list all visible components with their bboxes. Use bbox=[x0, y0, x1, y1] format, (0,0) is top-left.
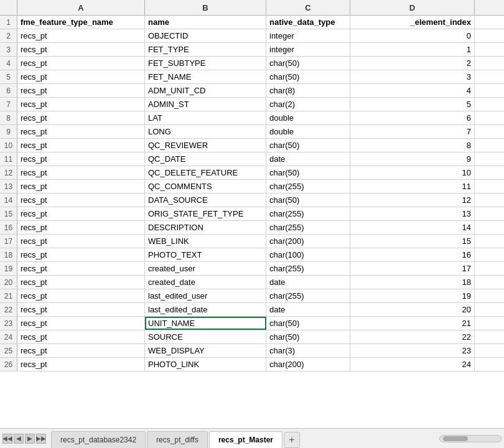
header-cell-c[interactable]: native_data_type bbox=[266, 16, 350, 29]
cell-d[interactable]: 17 bbox=[350, 262, 475, 275]
cell-b[interactable]: QC_DATE bbox=[145, 152, 266, 166]
cell-c[interactable]: char(50) bbox=[266, 139, 350, 152]
cell-a[interactable]: recs_pt bbox=[17, 262, 145, 275]
sheet-tab-diffs[interactable]: recs_pt_diffs bbox=[147, 431, 208, 449]
cell-a[interactable]: recs_pt bbox=[17, 166, 145, 179]
cell-b[interactable]: QC_COMMENTS bbox=[145, 180, 266, 193]
col-header-a[interactable]: A bbox=[17, 0, 145, 15]
tab-nav-next[interactable]: ▶ bbox=[25, 434, 35, 444]
cell-d[interactable]: 22 bbox=[350, 330, 475, 343]
cell-d[interactable]: 14 bbox=[350, 221, 475, 234]
cell-b[interactable]: PHOTO_TEXT bbox=[145, 248, 266, 261]
tab-nav-last[interactable]: ▶▶ bbox=[36, 434, 46, 444]
cell-b[interactable]: ADMIN_ST bbox=[145, 98, 266, 111]
cell-a[interactable]: recs_pt bbox=[17, 289, 145, 302]
cell-c[interactable]: char(50) bbox=[266, 166, 350, 179]
cell-d[interactable]: 21 bbox=[350, 317, 475, 330]
col-header-b[interactable]: B bbox=[145, 0, 266, 15]
cell-a[interactable]: recs_pt bbox=[17, 70, 145, 83]
cell-c[interactable]: char(50) bbox=[266, 57, 350, 70]
cell-a[interactable]: recs_pt bbox=[17, 152, 145, 166]
cell-b[interactable]: QC_DELETE_FEATURE bbox=[145, 166, 266, 179]
cell-a[interactable]: recs_pt bbox=[17, 344, 145, 357]
cell-c[interactable]: char(200) bbox=[266, 235, 350, 248]
cell-a[interactable]: recs_pt bbox=[17, 111, 145, 124]
cell-b[interactable]: created_date bbox=[145, 276, 266, 289]
cell-c[interactable]: double bbox=[266, 125, 350, 138]
cell-b[interactable]: ADM_UNIT_CD bbox=[145, 84, 266, 97]
cell-a[interactable]: recs_pt bbox=[17, 43, 145, 56]
cell-b[interactable]: last_edited_user bbox=[145, 289, 266, 302]
cell-b[interactable]: last_edited_date bbox=[145, 303, 266, 316]
cell-a[interactable]: recs_pt bbox=[17, 358, 145, 371]
cell-c[interactable]: double bbox=[266, 111, 350, 124]
cell-b[interactable]: UNIT_NAME bbox=[145, 317, 266, 330]
header-cell-d[interactable]: _element_index bbox=[350, 16, 475, 29]
cell-c[interactable]: integer bbox=[266, 29, 350, 42]
cell-d[interactable]: 3 bbox=[350, 70, 475, 83]
cell-a[interactable]: recs_pt bbox=[17, 98, 145, 111]
cell-b[interactable]: PHOTO_LINK bbox=[145, 358, 266, 371]
cell-c[interactable]: date bbox=[266, 303, 350, 316]
cell-a[interactable]: recs_pt bbox=[17, 248, 145, 261]
cell-b[interactable]: QC_REVIEWER bbox=[145, 139, 266, 152]
cell-a[interactable]: recs_pt bbox=[17, 317, 145, 330]
cell-b[interactable]: LONG bbox=[145, 125, 266, 138]
cell-b[interactable]: WEB_DISPLAY bbox=[145, 344, 266, 357]
header-cell-a[interactable]: fme_feature_type_name bbox=[17, 16, 145, 29]
cell-c[interactable]: char(255) bbox=[266, 207, 350, 220]
cell-d[interactable]: 4 bbox=[350, 84, 475, 97]
cell-c[interactable]: char(50) bbox=[266, 70, 350, 83]
cell-c[interactable]: char(100) bbox=[266, 248, 350, 261]
cell-b[interactable]: DESCRIPTION bbox=[145, 221, 266, 234]
cell-b[interactable]: FET_TYPE bbox=[145, 43, 266, 56]
cell-d[interactable]: 1 bbox=[350, 43, 475, 56]
cell-a[interactable]: recs_pt bbox=[17, 221, 145, 234]
cell-d[interactable]: 7 bbox=[350, 125, 475, 138]
cell-c[interactable]: char(255) bbox=[266, 180, 350, 193]
cell-d[interactable]: 0 bbox=[350, 29, 475, 42]
cell-d[interactable]: 9 bbox=[350, 152, 475, 166]
cell-d[interactable]: 18 bbox=[350, 276, 475, 289]
sheet-tab-database2342[interactable]: recs_pt_database2342 bbox=[51, 431, 146, 449]
cell-a[interactable]: recs_pt bbox=[17, 207, 145, 220]
cell-c[interactable]: char(200) bbox=[266, 358, 350, 371]
cell-b[interactable]: LAT bbox=[145, 111, 266, 124]
cell-a[interactable]: recs_pt bbox=[17, 84, 145, 97]
header-cell-b[interactable]: name bbox=[145, 16, 266, 29]
cell-a[interactable]: recs_pt bbox=[17, 125, 145, 138]
cell-b[interactable]: created_user bbox=[145, 262, 266, 275]
cell-a[interactable]: recs_pt bbox=[17, 29, 145, 42]
cell-b[interactable]: FET_NAME bbox=[145, 70, 266, 83]
cell-b[interactable]: SOURCE bbox=[145, 330, 266, 343]
col-header-d[interactable]: D bbox=[350, 0, 475, 15]
cell-c[interactable]: char(50) bbox=[266, 330, 350, 343]
cell-a[interactable]: recs_pt bbox=[17, 235, 145, 248]
cell-c[interactable]: date bbox=[266, 276, 350, 289]
cell-c[interactable]: char(50) bbox=[266, 194, 350, 207]
cell-d[interactable]: 12 bbox=[350, 194, 475, 207]
cell-d[interactable]: 16 bbox=[350, 248, 475, 261]
cell-c[interactable]: char(2) bbox=[266, 98, 350, 111]
cell-b[interactable]: WEB_LINK bbox=[145, 235, 266, 248]
cell-a[interactable]: recs_pt bbox=[17, 303, 145, 316]
cell-d[interactable]: 13 bbox=[350, 207, 475, 220]
cell-d[interactable]: 8 bbox=[350, 139, 475, 152]
cell-c[interactable]: date bbox=[266, 152, 350, 166]
cell-d[interactable]: 10 bbox=[350, 166, 475, 179]
cell-d[interactable]: 5 bbox=[350, 98, 475, 111]
tab-nav-prev[interactable]: ◀ bbox=[14, 434, 24, 444]
cell-c[interactable]: integer bbox=[266, 43, 350, 56]
add-sheet-button[interactable]: + bbox=[284, 432, 300, 448]
cell-d[interactable]: 23 bbox=[350, 344, 475, 357]
cell-d[interactable]: 6 bbox=[350, 111, 475, 124]
cell-d[interactable]: 19 bbox=[350, 289, 475, 302]
cell-a[interactable]: recs_pt bbox=[17, 57, 145, 70]
cell-a[interactable]: recs_pt bbox=[17, 276, 145, 289]
cell-a[interactable]: recs_pt bbox=[17, 194, 145, 207]
cell-a[interactable]: recs_pt bbox=[17, 330, 145, 343]
cell-a[interactable]: recs_pt bbox=[17, 180, 145, 193]
cell-c[interactable]: char(50) bbox=[266, 317, 350, 330]
cell-b[interactable]: ORIG_STATE_FET_TYPE bbox=[145, 207, 266, 220]
horizontal-scrollbar[interactable] bbox=[439, 435, 502, 442]
